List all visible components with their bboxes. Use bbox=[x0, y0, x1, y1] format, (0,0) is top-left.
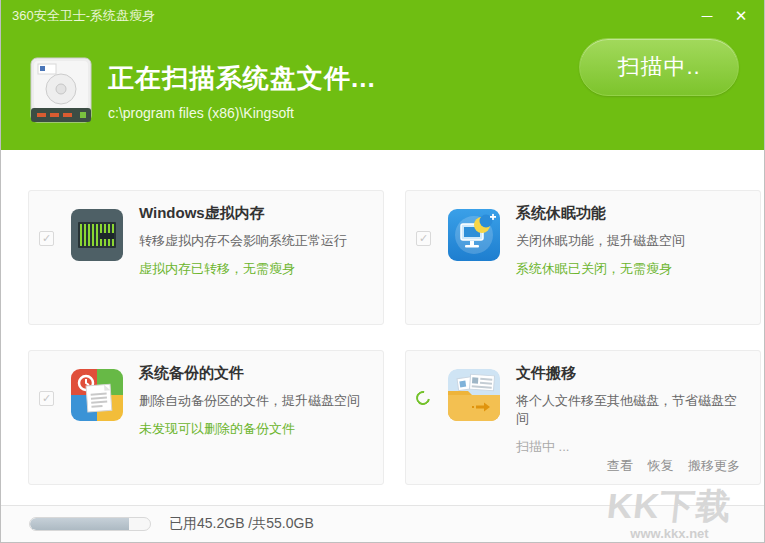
panel-file-move: 文件搬移 将个人文件移至其他磁盘，节省磁盘空间 扫描中 ... 查看 恢复 搬移… bbox=[405, 350, 761, 485]
window-title: 360安全卫士-系统盘瘦身 bbox=[12, 7, 155, 25]
view-link[interactable]: 查看 bbox=[607, 458, 633, 473]
panel-description: 删除自动备份区的文件，提升磁盘空间 bbox=[139, 392, 360, 410]
scan-current-path: c:\program files (x86)\Kingsoft bbox=[108, 105, 376, 121]
hibernate-icon bbox=[448, 209, 500, 261]
close-icon: ✕ bbox=[735, 7, 748, 25]
close-button[interactable]: ✕ bbox=[724, 0, 758, 31]
titlebar: 360安全卫士-系统盘瘦身 ─ ✕ bbox=[1, 0, 764, 31]
minimize-icon: ─ bbox=[702, 7, 713, 24]
panel-hibernate: ✓ bbox=[405, 190, 761, 325]
restore-link[interactable]: 恢复 bbox=[647, 458, 673, 473]
hibernate-checkbox[interactable]: ✓ bbox=[416, 231, 431, 246]
app-window: 360安全卫士-系统盘瘦身 ─ ✕ bbox=[0, 0, 765, 543]
panel-status: 虚拟内存已转移，无需瘦身 bbox=[139, 260, 347, 278]
disk-usage-bar bbox=[29, 517, 151, 531]
backup-files-checkbox[interactable]: ✓ bbox=[39, 391, 54, 406]
header-text: 正在扫描系统盘文件... c:\program files (x86)\King… bbox=[108, 61, 376, 121]
disk-usage-text: 已用45.2GB /共55.0GB bbox=[169, 515, 314, 533]
scan-status-title: 正在扫描系统盘文件... bbox=[108, 61, 376, 96]
move-more-link[interactable]: 搬移更多 bbox=[688, 458, 740, 473]
hard-disk-icon bbox=[30, 56, 94, 126]
panel-backup-files: ✓ bbox=[28, 350, 384, 485]
main-content: ✓ Windows虚拟内存 转移虚拟内存不会影响系统正常运行 虚拟内存已转移，无… bbox=[1, 150, 764, 506]
virtual-memory-checkbox[interactable]: ✓ bbox=[39, 231, 54, 246]
panel-description: 关闭休眠功能，提升磁盘空间 bbox=[516, 232, 685, 250]
scanning-spinner-icon bbox=[413, 388, 432, 407]
panel-status: 扫描中 ... bbox=[516, 438, 748, 456]
folder-move-icon bbox=[448, 369, 500, 421]
scan-button[interactable]: 扫描中.. bbox=[579, 38, 739, 96]
panel-status: 系统休眠已关闭，无需瘦身 bbox=[516, 260, 685, 278]
panel-status: 未发现可以删除的备份文件 bbox=[139, 420, 360, 438]
header: 正在扫描系统盘文件... c:\program files (x86)\King… bbox=[1, 31, 764, 150]
panel-description: 将个人文件移至其他磁盘，节省磁盘空间 bbox=[516, 392, 748, 428]
window-controls: ─ ✕ bbox=[690, 0, 758, 31]
panel-title: 系统备份的文件 bbox=[139, 364, 360, 383]
disk-progress-fill bbox=[30, 518, 129, 530]
panel-virtual-memory: ✓ Windows虚拟内存 转移虚拟内存不会影响系统正常运行 虚拟内存已转移，无… bbox=[28, 190, 384, 325]
footer: 已用45.2GB /共55.0GB bbox=[1, 505, 764, 542]
minimize-button[interactable]: ─ bbox=[690, 0, 724, 31]
file-move-links: 查看 恢复 搬移更多 bbox=[596, 457, 740, 475]
panel-title: 系统休眠功能 bbox=[516, 204, 685, 223]
memory-icon bbox=[71, 209, 123, 261]
backup-icon bbox=[71, 369, 123, 421]
panel-title: Windows虚拟内存 bbox=[139, 204, 347, 223]
panel-description: 转移虚拟内存不会影响系统正常运行 bbox=[139, 232, 347, 250]
panel-title: 文件搬移 bbox=[516, 364, 748, 383]
